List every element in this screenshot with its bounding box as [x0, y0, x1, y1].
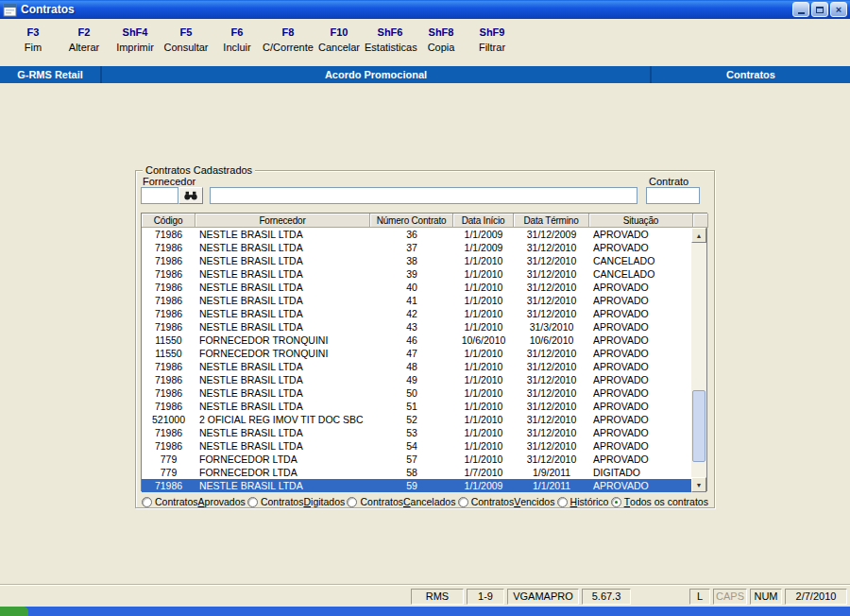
table-row[interactable]: 779 FORNECEDOR LTDA 58 1/7/2010 1/9/2011…	[142, 466, 693, 479]
scrollbar-thumb[interactable]	[692, 390, 706, 462]
cell-fornecedor: NESTLE BRASIL LTDA	[196, 360, 370, 373]
table-row[interactable]: 521000 2 OFICIAL REG IMOV TIT DOC SBC 52…	[142, 413, 693, 426]
column-header-situacao[interactable]: Situação	[589, 214, 693, 228]
cell-termino: 31/12/2010	[514, 254, 589, 267]
vertical-scrollbar[interactable]: ▲ ▼	[691, 228, 706, 492]
cell-numero: 42	[370, 307, 453, 320]
search-fornecedor-button[interactable]	[178, 187, 203, 204]
cell-fornecedor: 2 OFICIAL REG IMOV TIT DOC SBC	[196, 413, 370, 426]
close-button[interactable]: ×	[830, 2, 847, 17]
table-row[interactable]: 71986 NESTLE BRASIL LTDA 53 1/1/2010 31/…	[142, 426, 693, 439]
table-row[interactable]: 71986 NESTLE BRASIL LTDA 51 1/1/2010 31/…	[142, 400, 693, 413]
cell-numero: 57	[370, 453, 453, 466]
restore-button[interactable]	[811, 2, 828, 17]
column-header-data-termino[interactable]: Data Término	[514, 214, 589, 228]
toolbar-item[interactable]: F2 Alterar	[59, 26, 110, 66]
filter-label-post: ancelados	[411, 496, 456, 507]
column-header-data-inicio[interactable]: Data Início	[453, 214, 514, 228]
taskbar	[0, 607, 850, 616]
table-row[interactable]: 11550 FORNECEDOR TRONQUINI 47 1/1/2010 3…	[142, 347, 693, 360]
table-row[interactable]: 71986 NESTLE BRASIL LTDA 54 1/1/2010 31/…	[142, 439, 693, 453]
filter-radio[interactable]: Contratos Cancelados	[347, 496, 455, 507]
toolbar-item[interactable]: F8 C/Corrente	[263, 26, 314, 66]
toolbar-item[interactable]: ShF9 Filtrar	[467, 26, 518, 66]
toolbar-item-label: Incluir	[212, 42, 263, 53]
table-row[interactable]: 779 FORNECEDOR LTDA 57 1/1/2010 31/12/20…	[142, 453, 693, 466]
cell-situacao: APROVADO	[589, 347, 693, 360]
toolbar-item[interactable]: ShF6 Estatisticas	[365, 26, 416, 66]
column-header-numero-contrato[interactable]: Número Contrato	[370, 214, 453, 228]
cell-inicio: 1/7/2010	[453, 466, 514, 479]
toolbar-item-key: ShF6	[365, 26, 416, 38]
cell-fornecedor: FORNECEDOR TRONQUINI	[196, 347, 370, 360]
filter-radio[interactable]: Histórico	[557, 496, 609, 507]
fornecedor-name-input[interactable]	[210, 187, 638, 204]
table-row[interactable]: 71986 NESTLE BRASIL LTDA 43 1/1/2010 31/…	[142, 320, 693, 334]
toolbar-item[interactable]: F10 Cancelar	[314, 26, 365, 66]
titlebar: Contratos ×	[0, 0, 850, 19]
scroll-up-button[interactable]: ▲	[691, 228, 706, 243]
table-row[interactable]: 71986 NESTLE BRASIL LTDA 39 1/1/2010 31/…	[142, 267, 693, 281]
cell-numero: 37	[370, 241, 453, 254]
filter-radio[interactable]: Contratos Digitados	[247, 496, 345, 507]
cell-inicio: 1/1/2010	[453, 439, 514, 453]
scroll-down-icon: ▼	[696, 482, 703, 488]
toolbar-item[interactable]: F3 Fim	[8, 26, 59, 66]
table-row[interactable]: 71986 NESTLE BRASIL LTDA 49 1/1/2010 31/…	[142, 373, 693, 386]
table-row[interactable]: 71986 NESTLE BRASIL LTDA 42 1/1/2010 31/…	[142, 307, 693, 320]
cell-numero: 40	[370, 281, 453, 294]
cell-inicio: 1/1/2010	[453, 413, 514, 426]
toolbar-item-label: Fim	[8, 42, 59, 53]
filter-radio[interactable]: Todos os contratos	[611, 496, 708, 507]
status-num-lock: NUM	[750, 589, 782, 605]
filter-radio[interactable]: Contratos Aprovados	[142, 496, 246, 507]
table-body: 71986 NESTLE BRASIL LTDA 36 1/1/2009 31/…	[142, 228, 693, 492]
filter-radio[interactable]: Contratos Vencidos	[458, 496, 555, 507]
cell-codigo: 11550	[142, 334, 196, 347]
scroll-up-icon: ▲	[696, 232, 703, 239]
banner-module-title: Acordo Promocional	[100, 66, 652, 83]
cell-situacao: CANCELADO	[589, 267, 693, 281]
cell-codigo: 11550	[142, 347, 196, 360]
toolbar-item[interactable]: ShF8 Copia	[416, 26, 467, 66]
fornecedor-code-input[interactable]	[141, 187, 178, 204]
cell-situacao: APROVADO	[589, 426, 693, 439]
minimize-button[interactable]	[792, 2, 809, 17]
toolbar-item-key: ShF9	[467, 26, 518, 38]
toolbar-item-label: Copia	[416, 42, 467, 53]
toolbar-item[interactable]: ShF4 Imprimir	[110, 26, 161, 66]
table-row[interactable]: 71986 NESTLE BRASIL LTDA 37 1/1/2009 31/…	[142, 241, 693, 254]
table-row[interactable]: 71986 NESTLE BRASIL LTDA 48 1/1/2010 31/…	[142, 360, 693, 373]
cell-codigo: 71986	[142, 360, 196, 373]
table-row[interactable]: 71986 NESTLE BRASIL LTDA 59 1/1/2009 1/1…	[142, 479, 693, 492]
cell-fornecedor: NESTLE BRASIL LTDA	[196, 400, 370, 413]
start-button[interactable]	[0, 607, 28, 616]
toolbar-item-label: Estatisticas	[365, 42, 416, 53]
column-header-fornecedor[interactable]: Fornecedor	[196, 214, 370, 228]
toolbar-item[interactable]: F5 Consultar	[161, 26, 212, 66]
app-window-icon[interactable]	[3, 3, 17, 17]
cell-inicio: 1/1/2010	[453, 254, 514, 267]
table-row[interactable]: 71986 NESTLE BRASIL LTDA 36 1/1/2009 31/…	[142, 228, 693, 241]
table-row[interactable]: 71986 NESTLE BRASIL LTDA 38 1/1/2010 31/…	[142, 254, 693, 267]
cell-situacao: CANCELADO	[589, 254, 693, 267]
toolbar-item[interactable]: F6 Incluir	[212, 26, 263, 66]
status-bar: RMS 1-9 VGAMAPRO 5.67.3 L CAPS NUM 2/7/2…	[0, 586, 850, 607]
scroll-down-button[interactable]: ▼	[691, 477, 706, 492]
filter-label-pre: Contratos	[155, 496, 198, 507]
table-row[interactable]: 71986 NESTLE BRASIL LTDA 41 1/1/2010 31/…	[142, 294, 693, 307]
column-header-codigo[interactable]: Código	[142, 214, 196, 228]
cell-situacao: APROVADO	[589, 294, 693, 307]
table-header: Código Fornecedor Número Contrato Data I…	[142, 214, 706, 228]
cell-termino: 31/12/2010	[514, 453, 589, 466]
contrato-number-input[interactable]	[646, 187, 700, 204]
cell-inicio: 1/1/2010	[453, 373, 514, 386]
cell-termino: 31/12/2009	[514, 228, 589, 241]
table-row[interactable]: 71986 NESTLE BRASIL LTDA 50 1/1/2010 31/…	[142, 386, 693, 400]
table-row[interactable]: 11550 FORNECEDOR TRONQUINI 46 10/6/2010 …	[142, 334, 693, 347]
status-date: 2/7/2010	[785, 589, 847, 605]
table-row[interactable]: 71986 NESTLE BRASIL LTDA 40 1/1/2010 31/…	[142, 281, 693, 294]
cell-situacao: APROVADO	[589, 400, 693, 413]
toolbar-item-key: ShF4	[110, 26, 161, 38]
filter-label-pre: Contratos	[261, 496, 304, 507]
